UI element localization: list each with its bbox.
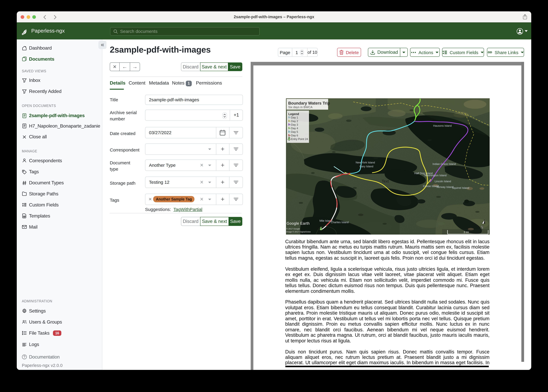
svg-text:Day 6: Day 6 <box>291 134 298 137</box>
svg-text:Day 5: Day 5 <box>291 130 298 133</box>
svg-text:Six days in BWCA: Six days in BWCA <box>288 105 312 109</box>
svg-text:New York Island: New York Island <box>355 161 375 164</box>
svg-text:Gary Island: Gary Island <box>359 165 373 168</box>
svg-text:Google Earth: Google Earth <box>286 221 310 225</box>
svg-text:Day 4: Day 4 <box>291 127 298 130</box>
svg-text:Norway Island: Norway Island <box>436 186 453 189</box>
svg-text:© 2017 Google: © 2017 Google <box>286 228 300 230</box>
svg-text:Entry Point 24: Entry Point 24 <box>291 138 308 140</box>
svg-text:3 mi: 3 mi <box>463 231 469 234</box>
svg-text:Charlies Island: Charlies Island <box>331 221 348 224</box>
svg-text:Day 3: Day 3 <box>291 123 298 126</box>
svg-text:Image © 2017 DigitalGlobe: Image © 2017 DigitalGlobe <box>286 231 310 233</box>
svg-text:Washington Island: Washington Island <box>424 174 446 177</box>
svg-text:Mile Island: Mile Island <box>319 219 332 222</box>
svg-text:Day 1: Day 1 <box>291 116 298 119</box>
svg-text:Indian Grave Island: Indian Grave Island <box>433 162 456 166</box>
svg-text:Hausons Island: Hausons Island <box>433 124 452 127</box>
svg-text:Boundary Waters Trip: Boundary Waters Trip <box>288 101 330 105</box>
svg-text:Day 2: Day 2 <box>291 120 298 123</box>
svg-text:Text: Text <box>382 179 389 183</box>
svg-text:Legend: Legend <box>288 112 299 116</box>
svg-text:N: N <box>480 224 484 230</box>
svg-text:Lincoln Island: Lincoln Island <box>434 180 451 183</box>
svg-text:Squirrel Island: Squirrel Island <box>452 186 469 189</box>
